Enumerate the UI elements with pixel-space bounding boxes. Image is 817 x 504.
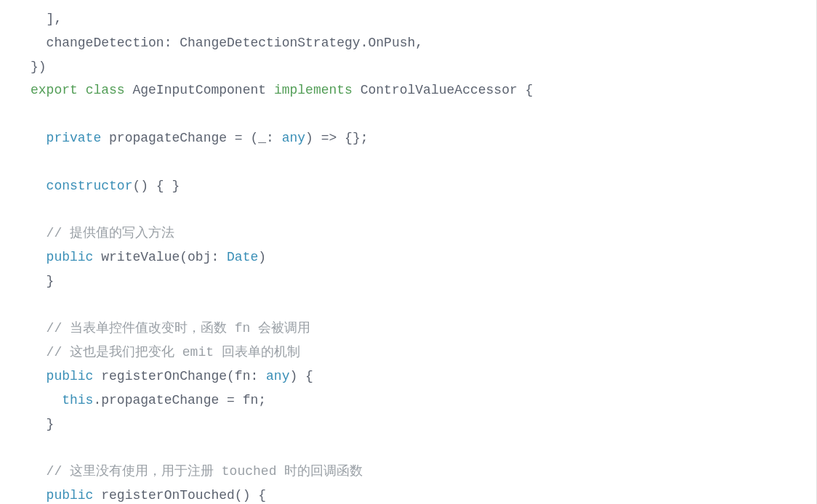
code-line: export class AgeInputComponent implement…	[31, 83, 533, 97]
code-line: private propagateChange = (_: any) => {}…	[31, 131, 369, 145]
code-token: changeDetection: ChangeDetectionStrategy…	[31, 36, 423, 50]
code-line: public registerOnChange(fn: any) {	[31, 369, 313, 383]
code-line: // 这也是我们把变化 emit 回表单的机制	[31, 345, 300, 359]
code-token: )	[258, 250, 266, 264]
code-block: ], changeDetection: ChangeDetectionStrat…	[0, 0, 817, 504]
code-token: this	[62, 393, 93, 407]
code-token	[31, 250, 47, 264]
code-token: propagateChange = (_:	[101, 131, 281, 145]
code-token	[31, 369, 47, 383]
code-token: registerOnTouched() {	[93, 488, 266, 503]
code-line: this.propagateChange = fn;	[31, 393, 266, 407]
code-line: // 当表单控件值改变时，函数 fn 会被调用	[31, 321, 310, 336]
code-line: // 这里没有使用，用于注册 touched 时的回调函数	[31, 464, 363, 479]
code-token: Date	[227, 250, 258, 264]
code-token: public	[47, 488, 94, 503]
code-token	[31, 464, 47, 479]
code-token: public	[47, 369, 94, 383]
code-line: public registerOnTouched() {	[31, 488, 266, 503]
code-token	[78, 83, 86, 97]
code-token: export	[31, 83, 78, 97]
code-token	[31, 488, 47, 503]
code-token	[31, 321, 47, 336]
code-token: ControlValueAccessor {	[353, 83, 533, 97]
code-token: public	[47, 250, 94, 264]
code-token	[31, 131, 47, 145]
code-token: ],	[31, 12, 62, 26]
code-line: })	[31, 60, 47, 74]
code-token: // 这里没有使用，用于注册 touched 时的回调函数	[47, 464, 363, 479]
code-token: }	[31, 274, 54, 288]
code-token: }	[31, 417, 54, 431]
code-token: .propagateChange = fn;	[93, 393, 266, 407]
code-token	[31, 393, 62, 407]
code-token: any	[282, 131, 305, 145]
code-line: }	[31, 417, 54, 431]
code-token: ) {	[289, 369, 313, 383]
code-token: writeValue(obj:	[93, 250, 227, 264]
code-line: public writeValue(obj: Date)	[31, 250, 266, 264]
code-token: AgeInputComponent	[125, 83, 274, 97]
code-content: ], changeDetection: ChangeDetectionStrat…	[0, 7, 816, 504]
code-line: }	[31, 274, 54, 288]
code-token	[31, 179, 47, 193]
code-token: class	[86, 83, 125, 97]
code-token	[31, 345, 47, 359]
code-token: any	[266, 369, 289, 383]
code-token: private	[47, 131, 102, 145]
code-token	[31, 226, 47, 240]
code-token: registerOnChange(fn:	[93, 369, 266, 383]
code-token: // 提供值的写入方法	[47, 226, 174, 240]
code-token: // 当表单控件值改变时，函数 fn 会被调用	[47, 321, 311, 336]
code-token: implements	[274, 83, 353, 97]
code-line: // 提供值的写入方法	[31, 226, 174, 240]
code-token: ) => {};	[305, 131, 368, 145]
code-token: constructor	[47, 179, 133, 193]
code-line: constructor() { }	[31, 179, 180, 193]
code-line: ],	[31, 12, 62, 26]
code-token: // 这也是我们把变化 emit 回表单的机制	[47, 345, 300, 359]
code-token: () { }	[132, 179, 180, 193]
code-token: })	[31, 60, 47, 74]
code-line: changeDetection: ChangeDetectionStrategy…	[31, 36, 423, 50]
